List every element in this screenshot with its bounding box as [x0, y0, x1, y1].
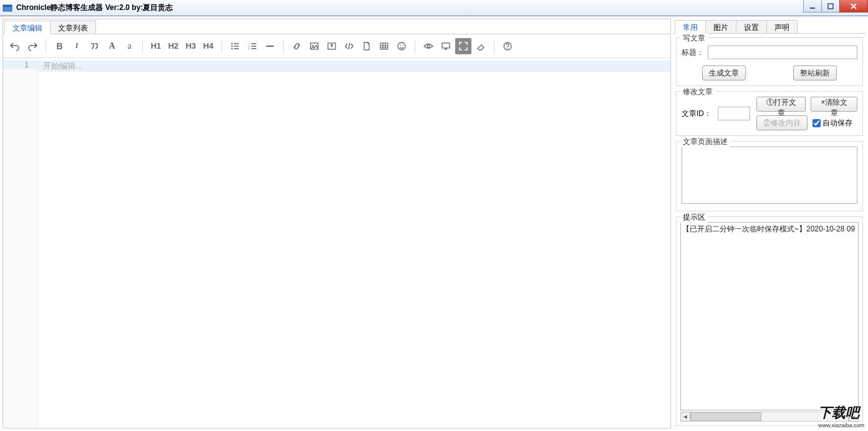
monitor-icon[interactable] [438, 38, 454, 54]
quote-icon[interactable] [86, 38, 102, 54]
help-icon[interactable] [499, 38, 516, 54]
right-pane: 常用 图片 设置 声明 写文章 标题： 生成文章 整站刷新 修改文章 文章ID： [673, 19, 866, 429]
svg-point-6 [231, 47, 233, 49]
file-icon[interactable] [359, 38, 375, 54]
tips-scrollbar[interactable]: ◄ ► [680, 412, 859, 422]
fullscreen-icon[interactable] [455, 38, 471, 54]
scroll-right-icon[interactable]: ► [849, 412, 859, 422]
editor-toolbar: B I A a H1 H2 H3 H4 123 [3, 34, 670, 58]
tab-edit-article[interactable]: 文章编辑 [4, 21, 51, 34]
minimize-button[interactable] [803, 0, 822, 12]
line-gutter: 1 [3, 58, 38, 428]
tab-common[interactable]: 常用 [675, 20, 706, 34]
open-article-button[interactable]: ①打开文章 [756, 97, 806, 112]
scroll-thumb[interactable] [691, 412, 761, 421]
scroll-left-icon[interactable]: ◄ [680, 412, 690, 422]
link-icon[interactable] [289, 38, 305, 54]
h4-button[interactable]: H4 [200, 38, 216, 54]
export-icon[interactable] [324, 38, 340, 54]
right-tabs: 常用 图片 设置 声明 [673, 19, 866, 34]
label-title: 标题： [682, 47, 704, 58]
group-tips: 提示区 【已开启二分钟一次临时保存模式~】2020-10-28 09 ◄ ► [676, 216, 863, 426]
svg-point-12 [312, 44, 314, 46]
h2-button[interactable]: H2 [165, 38, 181, 54]
undo-icon[interactable] [7, 38, 23, 54]
font-button[interactable]: A [104, 38, 120, 54]
svg-point-18 [427, 45, 430, 47]
tips-content[interactable]: 【已开启二分钟一次临时保存模式~】2020-10-28 09 [680, 222, 859, 410]
description-textarea[interactable] [682, 147, 857, 204]
svg-point-5 [231, 45, 233, 46]
editor-body[interactable]: 1 开始编辑... [3, 58, 670, 428]
refresh-site-button[interactable]: 整站刷新 [793, 65, 837, 80]
image-icon[interactable] [306, 38, 322, 54]
lowercase-button[interactable]: a [121, 38, 137, 54]
title-input[interactable] [708, 46, 857, 59]
titlebar: Chronicle静态博客生成器 Ver:2.0 by:夏目贵志 [0, 0, 868, 16]
autosave-checkbox[interactable] [813, 119, 821, 127]
group-write-article: 写文章 标题： 生成文章 整站刷新 [676, 37, 863, 86]
preview-icon[interactable] [420, 38, 436, 54]
left-tabs: 文章编辑 文章列表 [3, 19, 670, 34]
close-button[interactable] [839, 0, 868, 12]
svg-rect-19 [442, 43, 450, 48]
horizontal-rule-icon[interactable] [262, 38, 278, 54]
code-icon[interactable] [341, 38, 357, 54]
content-area: 文章编辑 文章列表 B I A a H1 H2 H3 H4 [0, 16, 868, 431]
legend-desc: 文章页面描述 [680, 137, 730, 147]
window-title: Chronicle静态博客生成器 Ver:2.0 by:夏目贵志 [16, 2, 173, 13]
svg-rect-2 [810, 7, 815, 9]
svg-point-4 [231, 42, 233, 44]
svg-text:3: 3 [248, 47, 250, 51]
h3-button[interactable]: H3 [183, 38, 199, 54]
unordered-list-icon[interactable] [227, 38, 243, 54]
article-id-input[interactable] [718, 107, 750, 120]
group-modify-article: 修改文章 文章ID： ①打开文章 ×清除文章 ②修改内容 自动保存 [676, 91, 863, 136]
modify-content-button[interactable]: ②修改内容 [756, 115, 808, 130]
h1-button[interactable]: H1 [148, 38, 164, 54]
svg-point-16 [400, 44, 401, 46]
generate-article-button[interactable]: 生成文章 [702, 65, 746, 80]
svg-rect-14 [380, 43, 388, 49]
maximize-button[interactable] [821, 0, 840, 12]
emoji-icon[interactable] [393, 38, 410, 54]
autosave-label: 自动保存 [822, 118, 852, 128]
line-number: 1 [3, 61, 37, 69]
svg-rect-3 [828, 4, 833, 9]
scroll-track[interactable] [690, 412, 849, 422]
svg-rect-10 [266, 46, 274, 47]
italic-button[interactable]: I [69, 38, 85, 54]
eraser-icon[interactable] [473, 38, 489, 54]
left-pane: 文章编辑 文章列表 B I A a H1 H2 H3 H4 [2, 19, 671, 429]
code-textarea[interactable]: 开始编辑... [38, 58, 670, 428]
bold-button[interactable]: B [51, 38, 67, 54]
legend-tips: 提示区 [680, 212, 708, 223]
svg-rect-1 [3, 5, 12, 7]
redo-icon[interactable] [24, 38, 41, 54]
svg-point-15 [398, 42, 405, 50]
ordered-list-icon[interactable]: 123 [244, 38, 261, 54]
group-page-description: 文章页面描述 [676, 141, 863, 211]
svg-point-21 [507, 48, 508, 49]
legend-modify: 修改文章 [680, 87, 715, 97]
tab-image[interactable]: 图片 [705, 20, 736, 33]
legend-write: 写文章 [680, 33, 708, 44]
clear-article-button[interactable]: ×清除文章 [811, 97, 857, 112]
label-article-id: 文章ID： [682, 109, 711, 119]
tab-statement[interactable]: 声明 [766, 20, 798, 33]
tab-article-list[interactable]: 文章列表 [50, 21, 96, 34]
table-icon[interactable] [376, 38, 392, 54]
window-controls [804, 0, 868, 12]
app-icon [2, 3, 12, 13]
tab-settings[interactable]: 设置 [736, 20, 767, 33]
svg-point-17 [402, 44, 403, 46]
editor-placeholder: 开始编辑... [38, 61, 670, 72]
